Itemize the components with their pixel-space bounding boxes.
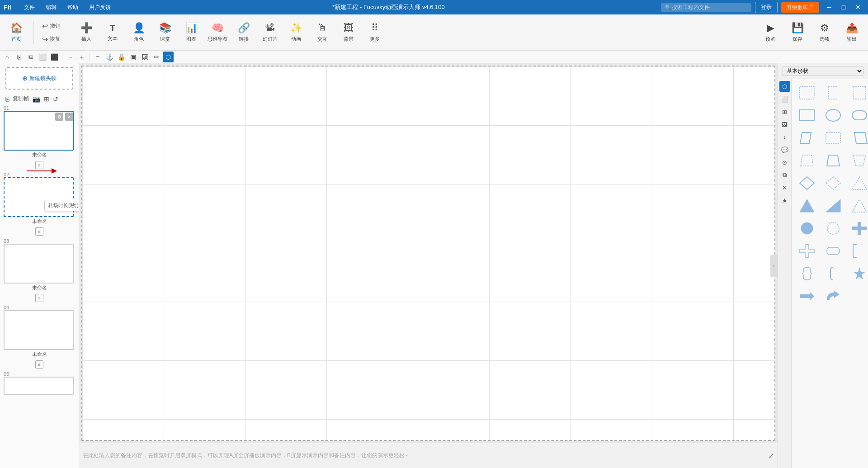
shape-circle-solid[interactable]	[795, 218, 819, 238]
music-tab-icon[interactable]: ♪	[779, 132, 790, 142]
upgrade-button[interactable]: 升级数帐户	[781, 2, 819, 13]
sec-zoom-out-icon[interactable]: −	[65, 52, 75, 62]
crop-icon[interactable]: ⊞	[44, 95, 49, 103]
shape-triangle-solid[interactable]	[795, 196, 819, 216]
shape-ellipse[interactable]	[821, 105, 845, 125]
slide-thumb-3[interactable]	[4, 244, 74, 284]
sec-edit-icon[interactable]: ✏	[151, 52, 162, 62]
shape-parallelogram-right[interactable]	[848, 128, 868, 148]
save-button[interactable]: 💾 保存	[785, 17, 810, 48]
sec-group-icon[interactable]: ▣	[127, 52, 138, 62]
shape-trapezoid-solid[interactable]	[821, 151, 845, 170]
close-button[interactable]: ✕	[852, 2, 864, 12]
search-box[interactable]: 🔍	[661, 3, 751, 12]
shape-brace-h[interactable]	[821, 241, 845, 261]
sec-frame-icon[interactable]: ⬛	[49, 52, 60, 62]
shape-trapezoid-dotted[interactable]	[848, 151, 868, 170]
animation-button[interactable]: ✨ 动画	[283, 17, 309, 48]
loop-icon[interactable]: ↺	[53, 95, 58, 103]
shape-arrow-curve[interactable]	[821, 286, 845, 306]
transition-btn-2[interactable]: ≡	[0, 226, 79, 237]
shape-triangle-outline[interactable]	[848, 173, 868, 193]
shape-trapezoid-dashed[interactable]	[795, 151, 819, 170]
sec-align-left-icon[interactable]: ⊢	[92, 52, 103, 62]
sec-duplicate-icon[interactable]: ⬜	[37, 52, 48, 62]
transition-btn-3[interactable]: ≡	[0, 292, 79, 304]
canvas[interactable]	[81, 66, 775, 441]
slide-thumb-5[interactable]	[4, 377, 74, 395]
camera-icon[interactable]: 📷	[33, 95, 40, 103]
more-button[interactable]: ⠿ 更多	[362, 17, 387, 48]
class-button[interactable]: 📚 课堂	[152, 17, 178, 48]
menu-feedback[interactable]: 用户反馈	[84, 2, 116, 13]
sec-image-icon[interactable]: 🖼	[139, 52, 150, 62]
link-button[interactable]: 🔗 链接	[231, 17, 256, 48]
preview-button[interactable]: ▶ 预览	[758, 17, 783, 48]
collapse-panel-button[interactable]: ‹	[770, 255, 778, 277]
sec-copy-icon[interactable]: ⎘	[14, 52, 24, 62]
shape-circle-dashed[interactable]	[821, 218, 845, 238]
redo-button[interactable]: ↪ 恢复	[38, 33, 64, 45]
restore-button[interactable]: □	[837, 2, 850, 12]
shape-diamond-solid[interactable]	[795, 173, 819, 193]
menu-edit[interactable]: 编辑	[40, 2, 62, 13]
menu-help[interactable]: 帮助	[62, 2, 84, 13]
speech-tab-icon[interactable]: 💬	[779, 144, 790, 155]
custom-tab-icon[interactable]: ⊙	[779, 157, 790, 168]
export-button[interactable]: 📤 输出	[839, 17, 864, 48]
slide-delete-icon-1[interactable]: ✕	[65, 113, 73, 121]
sec-zoom-in-icon[interactable]: +	[76, 52, 87, 62]
image-tab-icon[interactable]: 🖼	[779, 119, 790, 130]
shape-parallelogram-left[interactable]	[795, 128, 819, 148]
insert-button[interactable]: ➕ 插入	[74, 17, 99, 48]
shape-arrow-right[interactable]	[795, 286, 819, 306]
style-tab-icon[interactable]: ⊞	[779, 106, 790, 117]
star-tab-icon[interactable]: ★	[779, 195, 790, 206]
login-button[interactable]: 登录	[755, 2, 778, 13]
sec-home-icon[interactable]: ⌂	[2, 52, 13, 62]
shapes-tab-icon[interactable]: ⬡	[779, 81, 790, 92]
shape-stadium[interactable]	[848, 105, 868, 125]
minimize-button[interactable]: ─	[823, 2, 835, 12]
slide-button[interactable]: 📽 幻灯片	[257, 17, 283, 48]
copy-frame-button[interactable]: ⎘	[5, 95, 9, 103]
options-button[interactable]: ⚙ 选项	[812, 17, 837, 48]
slide-settings-icon-1[interactable]: ⚙	[55, 113, 63, 121]
shape-star[interactable]	[848, 264, 868, 284]
sec-anchor-icon[interactable]: ⚓	[104, 52, 115, 62]
text-button[interactable]: T 文本	[100, 17, 125, 48]
layers-tab-icon[interactable]: ⧉	[779, 170, 790, 180]
transition-btn-4[interactable]: ≡	[0, 359, 79, 370]
shape-brace-v[interactable]	[795, 264, 819, 284]
texture-tab-icon[interactable]: ✕	[779, 182, 790, 193]
sec-shapes-active-icon[interactable]: ⬡	[163, 52, 174, 62]
undo-button[interactable]: ↩ 撤销	[38, 20, 64, 32]
shape-bracket-single[interactable]	[848, 241, 868, 261]
shape-cross-plus[interactable]	[848, 218, 868, 238]
shape-triangle-dotted[interactable]	[848, 196, 868, 216]
bg-button[interactable]: 🖼 背景	[336, 17, 361, 48]
sec-paste-icon[interactable]: ⧉	[25, 52, 36, 62]
shape-bracket-left[interactable]	[821, 83, 845, 103]
shape-right-triangle[interactable]	[821, 196, 845, 216]
shape-bracket-both[interactable]	[848, 83, 868, 103]
interact-button[interactable]: 🖱 交互	[310, 17, 335, 48]
new-frame-button[interactable]: ⊕ 新建镜头帧	[5, 67, 73, 90]
shape-selection-rect[interactable]	[795, 83, 819, 103]
shape-cross-outline[interactable]	[795, 241, 819, 261]
frames-tab-icon[interactable]: ⬜	[779, 94, 790, 104]
menu-file[interactable]: 文件	[19, 2, 40, 13]
sec-lock-icon[interactable]: 🔒	[116, 52, 127, 62]
search-input[interactable]	[672, 4, 740, 10]
chart-button[interactable]: 📊 图表	[179, 17, 204, 48]
shape-diamond-dashed[interactable]	[821, 173, 845, 193]
home-button[interactable]: 🏠 首页	[4, 17, 29, 48]
character-button[interactable]: 👤 角色	[126, 17, 151, 48]
expand-notes-icon[interactable]: ⤢	[768, 451, 774, 460]
mindmap-button[interactable]: 🧠 思维导图	[205, 17, 230, 48]
shapes-category-select[interactable]: 基本形状 流程图 标注 箭头 星形横幅 公式形状	[783, 66, 863, 76]
shape-rect-dashed-round[interactable]	[821, 128, 845, 148]
shape-bracket-v-single[interactable]	[821, 264, 845, 284]
shape-rectangle[interactable]	[795, 105, 819, 125]
slide-thumb-4[interactable]	[4, 310, 74, 350]
